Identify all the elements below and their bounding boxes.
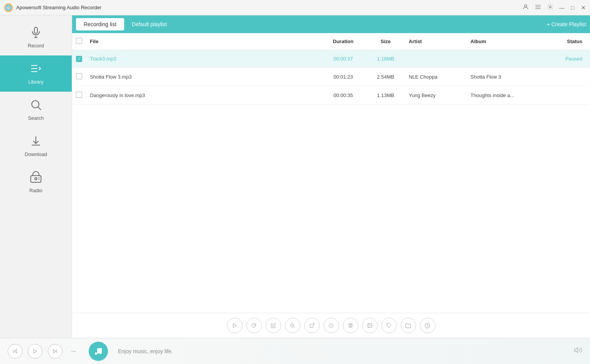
sidebar-item-search[interactable]: Search (0, 92, 72, 128)
file-size: 1.13MB (366, 86, 405, 104)
content-area: Recording list Default playlist + Create… (72, 15, 590, 338)
sidebar-item-record[interactable]: Record (0, 19, 72, 55)
album: Thoughts inside a... (467, 86, 544, 104)
app-title: Apowersoft Streaming Audio Recorder (16, 5, 522, 10)
select-all-checkbox[interactable] (76, 38, 82, 44)
col-header-duration: Duration (320, 33, 366, 50)
radio-icon (30, 171, 42, 185)
file-table-container: File Duration Size Artist Album Status ✓… (72, 33, 590, 313)
toolbar-delete-button[interactable] (343, 318, 358, 333)
file-name: Shotta Flow 3.mp3 (86, 67, 320, 86)
artist (405, 50, 467, 68)
album: Shotta Flow 3 (467, 67, 544, 86)
row-checkbox[interactable] (76, 73, 82, 79)
file-name: Dangerously in love.mp3 (86, 86, 320, 104)
svg-marker-32 (14, 349, 17, 353)
duration: 00:00:37 (320, 50, 366, 68)
duration: 00:00:35 (320, 86, 366, 104)
status-badge: Paused (544, 50, 590, 68)
titlebar: Apowersoft Streaming Audio Recorder — □ … (0, 0, 590, 15)
list-icon[interactable] (534, 3, 541, 12)
svg-marker-34 (34, 349, 37, 353)
svg-marker-35 (54, 349, 56, 353)
artist: NLE Choppa (405, 67, 467, 86)
player-play-button[interactable] (28, 344, 42, 359)
table-header-row: File Duration Size Artist Album Status (72, 33, 590, 50)
col-header-artist: Artist (405, 33, 467, 50)
sidebar-item-search-label: Search (28, 115, 44, 121)
sidebar-item-download-label: Download (25, 151, 47, 157)
toolbar-edit-button[interactable] (266, 318, 281, 333)
app-logo (4, 3, 13, 12)
mic-icon (30, 26, 42, 40)
player-prev-button[interactable] (8, 344, 22, 359)
status-badge (544, 86, 590, 104)
volume-icon[interactable] (574, 346, 582, 356)
user-icon[interactable] (522, 3, 529, 12)
table-row[interactable]: ✓ Track3.mp3 00:00:37 1.16MB Paused (72, 50, 590, 68)
svg-point-23 (291, 324, 294, 327)
album (467, 50, 544, 68)
shuffle-button[interactable]: → (69, 347, 77, 356)
player-next-button[interactable] (48, 344, 62, 359)
col-header-album: Album (467, 33, 544, 50)
tab-default-playlist[interactable]: Default playlist (124, 18, 175, 30)
svg-point-4 (524, 5, 527, 7)
table-row[interactable]: Shotta Flow 3.mp3 00:01:23 2.54MB NLE Ch… (72, 67, 590, 86)
row-checkbox[interactable]: ✓ (76, 56, 82, 62)
sidebar-item-radio-label: Radio (29, 188, 42, 193)
toolbar-schedule-button[interactable] (420, 318, 435, 333)
svg-marker-22 (233, 324, 236, 328)
toolbar-image-button[interactable] (362, 318, 378, 333)
sidebar-item-download[interactable]: Download (0, 128, 72, 164)
col-header-status: Status (544, 33, 590, 50)
sidebar-item-record-label: Record (28, 43, 44, 49)
window-controls: — □ ✕ (522, 3, 586, 12)
toolbar-export-button[interactable] (304, 318, 320, 333)
svg-rect-18 (31, 176, 41, 182)
sidebar-item-library[interactable]: Library (0, 55, 72, 92)
player-bar: → Enjoy music, enjoy life. (0, 338, 590, 364)
toolbar-folder-button[interactable] (401, 318, 416, 333)
svg-point-37 (95, 352, 97, 355)
toolbar-tag-button[interactable] (381, 318, 397, 333)
file-table: File Duration Size Artist Album Status ✓… (72, 33, 590, 105)
minimize-button[interactable]: — (559, 5, 565, 10)
toolbar-cancel-button[interactable] (324, 318, 339, 333)
tabbar: Recording list Default playlist + Create… (72, 15, 590, 33)
file-name: Track3.mp3 (86, 50, 320, 68)
toolbar-play-button[interactable] (227, 318, 243, 333)
svg-line-24 (293, 327, 295, 328)
table-body: ✓ Track3.mp3 00:00:37 1.16MB Paused Shot… (72, 50, 590, 105)
main-container: Record Library Search (0, 15, 590, 338)
sidebar: Record Library Search (0, 15, 72, 338)
svg-point-19 (35, 178, 37, 179)
col-header-file: File (86, 33, 320, 50)
create-playlist-button[interactable]: + Create Playlist (547, 21, 586, 27)
close-button[interactable]: ✕ (581, 5, 586, 10)
maximize-button[interactable]: □ (570, 5, 575, 10)
library-icon (30, 62, 42, 77)
row-checkbox[interactable] (76, 92, 82, 98)
player-tagline: Enjoy music, enjoy life. (118, 348, 568, 354)
toolbar-search-music-button[interactable] (285, 318, 300, 333)
toolbar-refresh-button[interactable] (246, 318, 262, 333)
tab-recording-list[interactable]: Recording list (76, 18, 124, 30)
svg-point-38 (99, 352, 102, 354)
table-row[interactable]: Dangerously in love.mp3 00:00:35 1.13MB … (72, 86, 590, 104)
file-size: 1.16MB (366, 50, 405, 68)
svg-point-29 (369, 324, 369, 325)
svg-point-15 (32, 101, 39, 108)
svg-marker-39 (575, 348, 578, 353)
svg-point-3 (8, 7, 9, 8)
col-header-size: Size (366, 33, 405, 50)
duration: 00:01:23 (320, 67, 366, 86)
music-note-icon (89, 342, 108, 361)
download-icon (30, 135, 42, 149)
bottom-toolbar (72, 313, 590, 338)
sidebar-item-radio[interactable]: Radio (0, 164, 72, 200)
file-size: 2.54MB (366, 67, 405, 86)
status-badge (544, 67, 590, 86)
gear-icon[interactable] (547, 3, 554, 12)
select-all-header[interactable] (72, 33, 86, 50)
